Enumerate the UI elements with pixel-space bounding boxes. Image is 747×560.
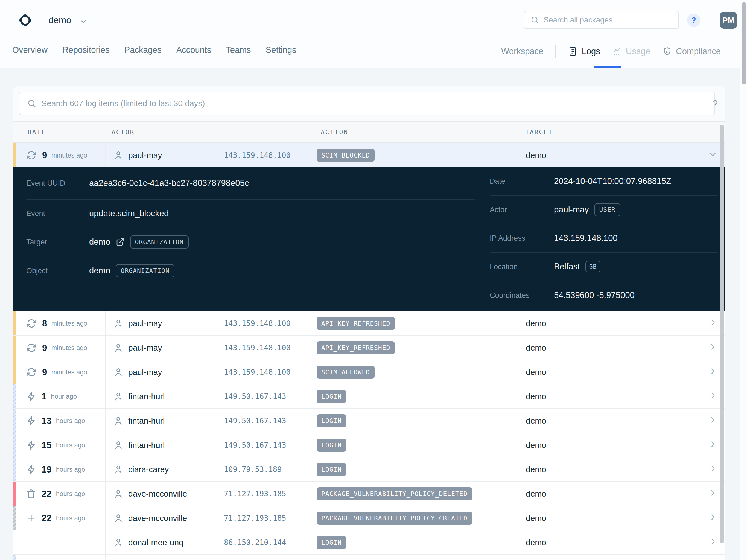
column-header-action: ACTION xyxy=(310,122,518,143)
org-switcher[interactable]: demo xyxy=(49,15,71,25)
external-link-icon[interactable] xyxy=(116,238,125,246)
detail-value: aa2ea3c6-0c1c-41a3-bc27-80378798e05c xyxy=(89,178,249,188)
detail-label: Object xyxy=(26,266,89,275)
detail-label: Location xyxy=(490,262,554,271)
user-avatar[interactable]: PM xyxy=(720,12,737,29)
external-link-icon xyxy=(116,238,125,246)
action-badge: PACKAGE_VULNERABILITY_POLICY_CREATED xyxy=(317,512,472,525)
log-row[interactable]: 19 hours ago ciara-carey 109.79.53.189 L… xyxy=(14,457,725,482)
detail-row: Event UUIDaa2ea3c6-0c1c-41a3-bc27-803787… xyxy=(26,167,475,200)
log-detail-panel: Event UUIDaa2ea3c6-0c1c-41a3-bc27-803787… xyxy=(14,167,725,311)
help-button[interactable]: ? xyxy=(687,14,700,27)
row-actor: paul-may xyxy=(128,367,162,377)
action-badge: SCIM_BLOCKED xyxy=(317,149,375,162)
global-search-input[interactable]: Search all packages... xyxy=(524,11,679,29)
chevron-right-icon[interactable] xyxy=(709,318,717,328)
detail-value: paul-mayUSER xyxy=(554,203,620,216)
row-actor: donal-mee-unq xyxy=(128,538,183,547)
tab-usage[interactable]: Usage xyxy=(612,47,650,56)
row-ip: 143.159.148.100 xyxy=(224,368,291,376)
page-scrollbar[interactable] xyxy=(740,0,747,560)
chevron-down-icon[interactable] xyxy=(79,17,88,26)
page-scrollbar-thumb[interactable] xyxy=(742,2,746,84)
plus-icon xyxy=(26,513,36,523)
type-badge: USER xyxy=(594,203,620,216)
user-icon xyxy=(113,319,123,328)
nav-item-settings[interactable]: Settings xyxy=(265,45,296,55)
table-scrollbar-thumb[interactable] xyxy=(720,125,724,543)
top-bar: demo Search all packages... ? PM Overvie… xyxy=(0,0,740,68)
row-target: demo xyxy=(526,319,546,328)
user-icon xyxy=(113,416,123,426)
log-row[interactable]: 8 minutes ago paul-may 143.159.148.100 A… xyxy=(14,311,725,336)
chevron-right-icon[interactable] xyxy=(709,537,717,548)
bolt-icon xyxy=(26,464,36,475)
chevron-right-icon[interactable] xyxy=(709,464,717,475)
detail-label: Coordinates xyxy=(490,291,554,300)
bolt-icon xyxy=(26,416,36,426)
detail-value: demoORGANIZATION xyxy=(89,264,175,277)
chevron-right-icon[interactable] xyxy=(709,367,717,377)
row-time-unit: minutes ago xyxy=(51,320,87,327)
row-time-value: 9 xyxy=(42,150,47,160)
refresh-icon xyxy=(26,367,36,377)
log-row[interactable]: 1 day ago fintan-hurl 149.50.167.143 LOG… xyxy=(14,555,725,560)
chevron-right-icon[interactable] xyxy=(709,440,717,450)
chevron-down-icon[interactable] xyxy=(709,150,717,160)
tab-usage-label: Usage xyxy=(626,47,650,56)
chevron-right-icon xyxy=(709,367,717,375)
bolt-icon xyxy=(26,416,36,426)
row-target: demo xyxy=(526,440,546,450)
log-row[interactable]: 15 hours ago fintan-hurl 149.50.167.143 … xyxy=(14,433,725,457)
tab-compliance[interactable]: Compliance xyxy=(662,47,721,56)
log-row[interactable]: 22 hours ago dave-mcconville 71.127.193.… xyxy=(14,482,725,506)
chevron-right-icon[interactable] xyxy=(709,342,717,353)
refresh-icon xyxy=(26,318,36,329)
nav-item-packages[interactable]: Packages xyxy=(124,45,162,55)
row-time-value: 13 xyxy=(42,416,52,426)
row-time-value: 1 xyxy=(42,391,47,402)
row-actor: dave-mcconville xyxy=(128,489,187,499)
nav-item-repositories[interactable]: Repositories xyxy=(62,45,109,55)
column-header-actor: ACTOR xyxy=(105,122,310,143)
row-ip: 143.159.148.100 xyxy=(224,151,291,159)
log-row[interactable]: 9 minutes ago paul-may 143.159.148.100 S… xyxy=(14,360,725,384)
row-time-value: 8 xyxy=(42,318,47,329)
log-row[interactable]: 13 hours ago fintan-hurl 149.50.167.143 … xyxy=(14,409,725,433)
logs-help-button[interactable]: ? xyxy=(708,97,722,110)
tab-logs[interactable]: Logs xyxy=(568,47,600,56)
type-badge: ORGANIZATION xyxy=(116,264,175,277)
detail-value: 2024-10-04T10:00:07.968815Z xyxy=(554,176,671,186)
row-actor: fintan-hurl xyxy=(128,392,164,401)
chevron-right-icon[interactable] xyxy=(709,489,717,499)
logs-search-input[interactable]: Search 607 log items (limited to last 30… xyxy=(19,92,715,115)
detail-label: Event UUID xyxy=(26,179,89,187)
chevron-right-icon[interactable] xyxy=(709,513,717,523)
workspace-label[interactable]: Workspace xyxy=(501,47,544,56)
row-ip: 149.50.167.143 xyxy=(224,441,286,449)
user-icon xyxy=(113,440,123,450)
log-row[interactable]: donal-mee-unq 86.150.210.144 LOGIN demo xyxy=(14,531,725,555)
nav-item-teams[interactable]: Teams xyxy=(226,45,251,55)
app-logo-icon[interactable] xyxy=(17,11,34,29)
log-row[interactable]: 9 minutes ago paul-may 143.159.148.100 S… xyxy=(14,143,725,167)
trash-icon xyxy=(26,489,36,499)
logs-search-placeholder: Search 607 log items (limited to last 30… xyxy=(41,99,205,108)
log-row[interactable]: 9 minutes ago paul-may 143.159.148.100 A… xyxy=(14,336,725,360)
row-actor: paul-may xyxy=(128,151,162,160)
user-icon xyxy=(113,391,123,401)
detail-value: 54.539600 -5.975000 xyxy=(554,290,635,300)
row-actor: paul-may xyxy=(128,319,162,328)
chevron-right-icon[interactable] xyxy=(709,416,717,426)
log-row[interactable]: 1 hour ago fintan-hurl 149.50.167.143 LO… xyxy=(14,384,725,409)
nav-item-accounts[interactable]: Accounts xyxy=(176,45,211,55)
type-badge: ORGANIZATION xyxy=(130,235,189,249)
log-row[interactable]: 22 hours ago dave-mcconville 71.127.193.… xyxy=(14,506,725,531)
chevron-right-icon[interactable] xyxy=(709,391,717,401)
detail-row: Actorpaul-mayUSER xyxy=(490,196,717,224)
row-time-value: 9 xyxy=(42,367,47,377)
row-time-unit: hours ago xyxy=(56,417,85,425)
nav-item-overview[interactable]: Overview xyxy=(12,45,48,55)
chevron-down-icon xyxy=(709,150,717,158)
user-icon xyxy=(113,489,123,499)
